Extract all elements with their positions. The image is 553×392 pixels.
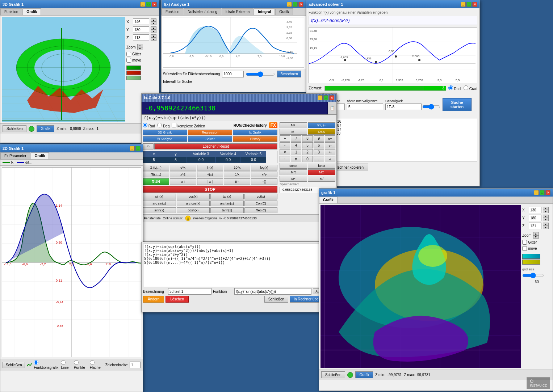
loschen-reset-btn[interactable]: Löschen / Reset: [154, 143, 277, 149]
obere-input[interactable]: [347, 104, 383, 110]
var-y-input[interactable]: [165, 157, 187, 163]
funktionsgrafik-radio[interactable]: [34, 360, 38, 365]
fact-btn[interactable]: x !: [170, 178, 196, 185]
minimize-btn-2d-grafik[interactable]: _: [130, 146, 135, 151]
maximize-btn-3d-grafik1[interactable]: □: [146, 2, 151, 7]
zoom-spinner-3d[interactable]: ▲ ▼: [137, 44, 143, 50]
tab-grafik-3d2[interactable]: Grafik: [319, 197, 338, 203]
flache-radio[interactable]: [90, 360, 95, 365]
z-spinner-3d2[interactable]: ▲ ▼: [543, 223, 549, 229]
y-input-3d[interactable]: [133, 26, 149, 33]
x-spinner-3d[interactable]: ▲ ▼: [151, 18, 156, 25]
zoom-spin-down-3d2[interactable]: ▼: [533, 235, 539, 239]
close-btn-3d-grafik1[interactable]: ✕: [152, 2, 157, 7]
minimize-btn-3d-grafik1[interactable]: _: [140, 2, 145, 7]
minimize-btn-fx-calc[interactable]: _: [318, 95, 323, 100]
fx-grafik-btn-calc[interactable]: fx Grafik: [233, 130, 277, 135]
maximize-btn-3d-grafik2[interactable]: □: [540, 190, 545, 195]
history-btn-calc[interactable]: History: [233, 136, 277, 142]
z-spin-up-3d2[interactable]: ▲: [543, 223, 549, 226]
minimize-btn-3d-grafik2[interactable]: _: [534, 190, 539, 195]
dot-btn[interactable]: .: [314, 156, 324, 162]
tan-btn[interactable]: tan(x): [210, 194, 244, 199]
tab-nullstellen-analyse[interactable]: Nullstellen/Lösung: [184, 8, 221, 15]
stutzstellen-input[interactable]: [222, 71, 244, 77]
history-list[interactable]: f(x,y)=sin(sqrt(abs(x*y))) f(x,y)=sin(ab…: [143, 244, 337, 287]
move-checkbox[interactable]: [126, 58, 131, 63]
zeichenbreite-input[interactable]: [130, 362, 141, 368]
minimize-btn-fx-analyse[interactable]: _: [287, 2, 292, 7]
z-spin-down-3d2[interactable]: ▼: [543, 226, 549, 229]
minus-btn[interactable]: -: [280, 142, 290, 148]
3-btn[interactable]: 3: [314, 149, 324, 155]
cos-btn[interactable]: cos(x): [177, 194, 210, 199]
plusi-btn[interactable]: +i: [325, 149, 335, 155]
maximize-btn-2d-grafik[interactable]: □: [135, 146, 141, 151]
z-spin-down[interactable]: ▼: [151, 38, 156, 41]
plus-btn[interactable]: +: [280, 135, 290, 142]
const-btn[interactable]: const: [280, 163, 307, 169]
rad-radio-calc[interactable]: [143, 123, 147, 127]
rparen-btn[interactable]: −)): [251, 178, 277, 185]
berechnen-btn[interactable]: Berechnen: [277, 71, 301, 77]
move-checkbox-3d2[interactable]: [522, 246, 527, 251]
gitter-checkbox-3d2[interactable]: [522, 240, 527, 245]
minusi-btn[interactable]: -i: [325, 156, 335, 162]
tab-grafik-2d[interactable]: Grafik: [31, 152, 49, 159]
close-btn-fx-calc[interactable]: ✕: [329, 95, 334, 100]
close-btn-advanced-solver[interactable]: ✕: [472, 2, 477, 7]
deg-radio-calc[interactable]: [157, 123, 162, 127]
tab-funktion-analyse[interactable]: Funktion: [162, 8, 183, 15]
10x-btn[interactable]: 10^x: [224, 165, 250, 170]
conc-btn[interactable]: Con(C): [244, 201, 278, 206]
sum-btn[interactable]: Σ (i,j,...): [143, 165, 169, 170]
maximize-btn-fx-calc[interactable]: □: [323, 95, 328, 100]
back-btn-calc[interactable]: <-: [143, 143, 154, 149]
arctan-btn[interactable]: arc tan(x): [210, 201, 244, 206]
andern-btn[interactable]: Ändern: [143, 296, 164, 303]
mmult-btn[interactable]: M*: [280, 176, 307, 182]
x-spin-up-3d2[interactable]: ▲: [543, 207, 549, 210]
0-btn[interactable]: 0: [302, 156, 313, 162]
lparen-btn[interactable]: ((−: [224, 178, 250, 185]
run-btn[interactable]: RUN: [143, 178, 169, 185]
sinh-btn[interactable]: sinh(x): [143, 207, 176, 213]
grafik-btn-3d2[interactable]: Grafik: [355, 371, 373, 378]
tanh-btn[interactable]: tanh(x): [210, 207, 244, 213]
color-swatch-yellow-3d2[interactable]: [522, 260, 540, 265]
z-input-3d[interactable]: [133, 34, 149, 41]
mdiv-btn[interactable]: M/: [308, 176, 335, 182]
color-swatch-lightgreen[interactable]: [126, 76, 141, 80]
mult-btn[interactable]: ×: [280, 149, 290, 155]
zoom-spinner-3d2[interactable]: ▲ ▼: [533, 232, 539, 239]
display-copy-btn[interactable]: 📋: [328, 102, 336, 114]
close-btn-3d-grafik2[interactable]: ✕: [545, 190, 550, 195]
tab-grafik-analyse[interactable]: Grafik: [275, 8, 293, 15]
y-spin-down-3d2[interactable]: ▼: [543, 218, 549, 221]
prod-btn[interactable]: Π(i,j,...): [143, 172, 169, 177]
y-spin-down[interactable]: ▼: [151, 30, 156, 33]
gitter-checkbox[interactable]: [126, 52, 131, 56]
x-input-3d[interactable]: [133, 18, 149, 25]
close-btn-2d[interactable]: Schließen: [3, 362, 25, 368]
grid-size-slider[interactable]: [522, 273, 544, 278]
z-spin-up[interactable]: ▲: [151, 34, 156, 38]
maximize-btn-fx-analyse[interactable]: □: [293, 2, 298, 7]
1-btn[interactable]: 1: [291, 149, 301, 155]
4-btn[interactable]: 4: [291, 142, 301, 148]
funct-btn[interactable]: funct: [308, 163, 335, 169]
recc-btn[interactable]: Rec(C): [244, 207, 278, 213]
sqrt-btn[interactable]: √(x): [197, 172, 223, 177]
3d-grafik-btn-calc[interactable]: 3D Grafik: [143, 130, 187, 135]
cot-btn[interactable]: cot(x): [244, 194, 278, 199]
close-btn-3d-1[interactable]: Schließen: [3, 125, 26, 132]
cosh-btn[interactable]: cosh(x): [177, 207, 210, 213]
mr-btn[interactable]: MR: [280, 169, 307, 175]
y-spinner-3d[interactable]: ▲ ▼: [151, 26, 156, 33]
genauigkeit-slider[interactable]: [422, 104, 440, 110]
stutzstellen-slider[interactable]: [246, 71, 275, 77]
2-btn[interactable]: 2: [302, 149, 313, 155]
z-spinner-3d[interactable]: ▲ ▼: [151, 34, 156, 41]
linie-radio[interactable]: [61, 360, 66, 365]
loschen-btn-history[interactable]: Löschen: [166, 296, 189, 303]
